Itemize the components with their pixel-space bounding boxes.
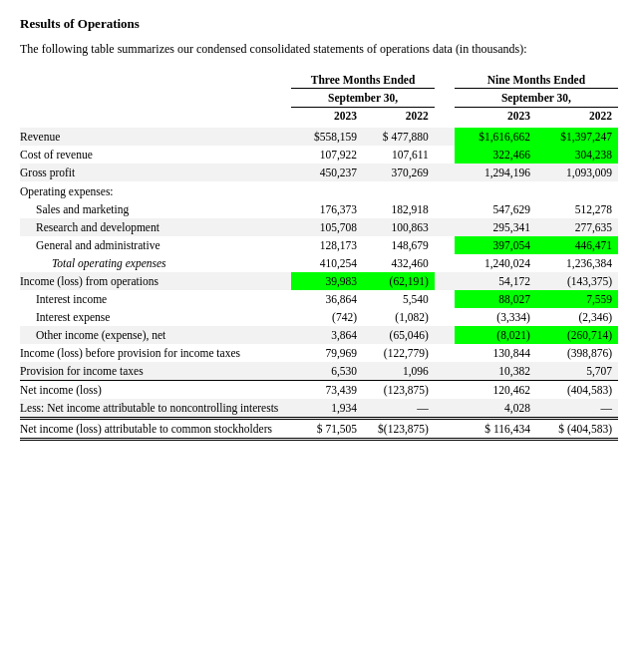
col-v3: 1,240,024: [455, 254, 536, 272]
col-v2: (1,082): [363, 308, 435, 326]
col-spacer: [435, 146, 455, 164]
col-spacer: [435, 164, 455, 181]
col-v3: (3,334): [455, 308, 536, 326]
row-label: Cost of revenue: [20, 146, 291, 164]
col-spacer: [435, 344, 455, 362]
col-v2: —: [363, 399, 435, 419]
col-v4: 7,559: [536, 290, 618, 308]
col-v4: (398,876): [536, 344, 618, 362]
col-v3: 130,844: [455, 344, 536, 362]
col-spacer: [435, 181, 455, 200]
col-spacer: [435, 254, 455, 272]
nine-months-sub: September 30,: [455, 89, 618, 108]
col-v3: 120,462: [455, 381, 536, 400]
col-v4: 5,707: [536, 362, 618, 381]
col-v4: (404,583): [536, 381, 618, 400]
col-v3: 10,382: [455, 362, 536, 381]
col-v3: 4,028: [455, 399, 536, 419]
table-row: Gross profit450,237370,2691,294,1961,093…: [20, 164, 618, 181]
row-label: Revenue: [20, 128, 291, 146]
col-v3: 54,172: [455, 272, 536, 290]
col-v2: 148,679: [363, 236, 435, 254]
row-label: Net income (loss) attributable to common…: [20, 419, 291, 440]
col-v1: 36,864: [291, 290, 363, 308]
col-spacer: [435, 308, 455, 326]
col-spacer: [435, 362, 455, 381]
row-label: Interest expense: [20, 308, 291, 326]
table-row: Operating expenses:: [20, 181, 618, 200]
col-v2: 1,096: [363, 362, 435, 381]
col-v4: 512,278: [536, 200, 618, 218]
table-row: Cost of revenue107,922107,611322,466304,…: [20, 146, 618, 164]
col-v3: 322,466: [455, 146, 536, 164]
col-v1: 79,969: [291, 344, 363, 362]
col-v4: 446,471: [536, 236, 618, 254]
table-row: Interest income36,8645,54088,0277,559: [20, 290, 618, 308]
col-v4: 1,093,009: [536, 164, 618, 181]
row-label: Interest income: [20, 290, 291, 308]
col-year-2023b: 2023: [455, 108, 536, 129]
col-spacer: [435, 399, 455, 419]
col-v2: 100,863: [363, 218, 435, 236]
table-row: Net income (loss) attributable to common…: [20, 419, 618, 440]
col-v4: $ (404,583): [536, 419, 618, 440]
col-v4: $1,397,247: [536, 128, 618, 146]
col-spacer: [435, 326, 455, 344]
col-v4: (143,375): [536, 272, 618, 290]
col-v4: 304,238: [536, 146, 618, 164]
col-spacer: [435, 381, 455, 400]
col-v3: 547,629: [455, 200, 536, 218]
col-v2: (123,875): [363, 381, 435, 400]
col-v3: $ 116,434: [455, 419, 536, 440]
col-v1: 73,439: [291, 381, 363, 400]
col-v2: [363, 181, 435, 200]
col-v1: 176,373: [291, 200, 363, 218]
col-v3: (8,021): [455, 326, 536, 344]
three-months-sub: September 30,: [291, 89, 435, 108]
table-row: Interest expense(742)(1,082)(3,334)(2,34…: [20, 308, 618, 326]
page-title: Results of Operations: [20, 16, 618, 32]
col-spacer: [435, 128, 455, 146]
table-row: Net income (loss)73,439(123,875)120,462(…: [20, 381, 618, 400]
col-v1: 1,934: [291, 399, 363, 419]
col-v2: (62,191): [363, 272, 435, 290]
table-row: Total operating expenses410,254432,4601,…: [20, 254, 618, 272]
col-spacer2: [435, 89, 455, 108]
col-year-2023a: 2023: [291, 108, 363, 129]
row-label: Less: Net income attributable to noncont…: [20, 399, 291, 419]
col-v2: 432,460: [363, 254, 435, 272]
col-spacer: [435, 272, 455, 290]
col-spacer: [435, 236, 455, 254]
row-label: Gross profit: [20, 164, 291, 181]
table-row: Sales and marketing176,373182,918547,629…: [20, 200, 618, 218]
col-v1: (742): [291, 308, 363, 326]
table-row: Less: Net income attributable to noncont…: [20, 399, 618, 419]
col-v1: 6,530: [291, 362, 363, 381]
nine-months-header: Nine Months Ended: [455, 71, 618, 89]
col-v1: 410,254: [291, 254, 363, 272]
row-label: General and administrative: [20, 236, 291, 254]
col-v3: 295,341: [455, 218, 536, 236]
row-label: Sales and marketing: [20, 200, 291, 218]
col-v3: 88,027: [455, 290, 536, 308]
col-v4: (2,346): [536, 308, 618, 326]
col-v1: $ 71,505: [291, 419, 363, 440]
row-label: Provision for income taxes: [20, 362, 291, 381]
col-spacer: [435, 290, 455, 308]
col-v4: 277,635: [536, 218, 618, 236]
col-v3: 397,054: [455, 236, 536, 254]
col-v4: [536, 181, 618, 200]
col-v4: (260,714): [536, 326, 618, 344]
col-subheader-empty: [20, 89, 291, 108]
col-v1: 3,864: [291, 326, 363, 344]
col-v4: —: [536, 399, 618, 419]
three-months-header: Three Months Ended: [291, 71, 435, 89]
row-label: Net income (loss): [20, 381, 291, 400]
col-v2: 370,269: [363, 164, 435, 181]
table-row: Other income (expense), net3,864(65,046)…: [20, 326, 618, 344]
intro-text: The following table summarizes our conde…: [20, 42, 618, 57]
col-year-2022a: 2022: [363, 108, 435, 129]
col-v2: (65,046): [363, 326, 435, 344]
table-row: Income (loss) before provision for incom…: [20, 344, 618, 362]
col-spacer: [435, 200, 455, 218]
